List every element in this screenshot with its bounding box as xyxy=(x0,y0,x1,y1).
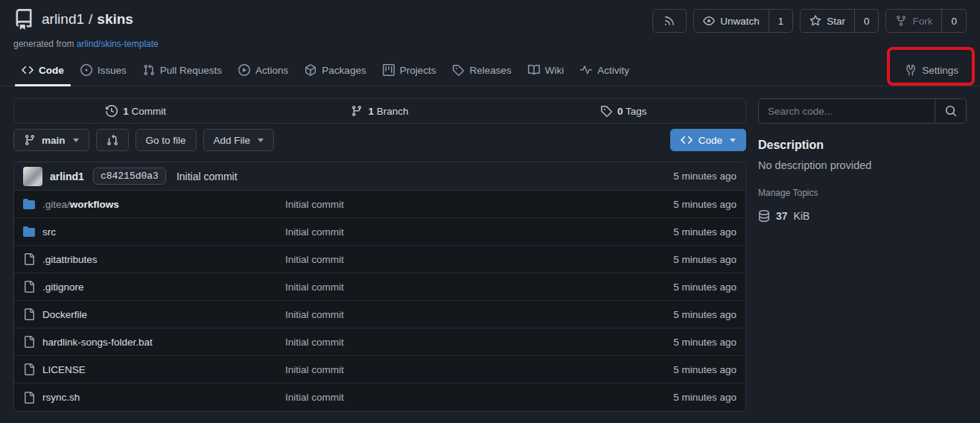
table-row: .gitignore Initial commit 5 minutes ago xyxy=(14,273,745,301)
database-icon xyxy=(758,210,770,222)
forks-count[interactable]: 0 xyxy=(941,10,966,32)
generated-from: generated from arlind/skins-template xyxy=(13,39,967,49)
star-button[interactable]: Star xyxy=(801,10,854,32)
file-commit-message[interactable]: Initial commit xyxy=(285,309,673,320)
avatar[interactable] xyxy=(23,167,42,186)
tab-projects-label: Projects xyxy=(400,65,436,76)
tags-count: 0 xyxy=(617,106,623,117)
tab-settings-label: Settings xyxy=(922,65,958,76)
file-path-prefix[interactable]: .gitea/ xyxy=(42,199,70,210)
rss-button[interactable] xyxy=(652,9,687,33)
tab-pull-requests-label: Pull Requests xyxy=(160,65,222,76)
file-name-link[interactable]: rsync.sh xyxy=(42,392,80,403)
tab-actions[interactable]: Actions xyxy=(230,55,296,86)
commit-author-link[interactable]: arlind1 xyxy=(50,171,84,182)
branch-name: main xyxy=(42,135,66,146)
search-input[interactable] xyxy=(759,106,935,117)
file-icon xyxy=(23,392,35,404)
repo-size-unit: KiB xyxy=(794,210,810,222)
tab-releases-label: Releases xyxy=(469,65,511,76)
tab-packages-label: Packages xyxy=(322,65,366,76)
tab-packages[interactable]: Packages xyxy=(296,55,374,86)
repo-icon xyxy=(13,9,34,30)
add-file-label: Add File xyxy=(214,135,251,146)
file-name-link[interactable]: hardlink-songs-folder.bat xyxy=(42,337,153,348)
file-icon xyxy=(23,363,35,375)
file-name-link[interactable]: LICENSE xyxy=(42,364,86,375)
repo-toolbar: main Go to file Add File Code xyxy=(13,129,746,151)
tab-actions-label: Actions xyxy=(255,65,288,76)
chevron-down-icon xyxy=(258,139,264,142)
file-commit-message[interactable]: Initial commit xyxy=(285,282,673,293)
repo-owner-link[interactable]: arlind1 xyxy=(42,11,84,28)
tabbar-spacer xyxy=(637,55,897,86)
commit-time: 5 minutes ago xyxy=(673,171,736,182)
code-icon xyxy=(22,64,34,76)
eye-icon xyxy=(703,15,715,27)
watchers-count[interactable]: 1 xyxy=(769,10,793,32)
unwatch-button[interactable]: Unwatch xyxy=(694,10,769,32)
compare-button[interactable] xyxy=(96,129,129,151)
tags-stat[interactable]: 0 Tags xyxy=(502,99,745,123)
file-name-link[interactable]: Dockerfile xyxy=(42,309,87,320)
table-row: LICENSE Initial commit 5 minutes ago xyxy=(14,356,745,384)
rss-icon xyxy=(664,15,675,27)
stars-count[interactable]: 0 xyxy=(854,10,879,32)
tab-activity[interactable]: Activity xyxy=(572,55,637,86)
folder-icon xyxy=(23,198,35,210)
file-commit-message[interactable]: Initial commit xyxy=(285,392,673,403)
branch-selector[interactable]: main xyxy=(13,129,89,151)
file-commit-time: 5 minutes ago xyxy=(673,226,736,238)
file-commit-message[interactable]: Initial commit xyxy=(285,337,673,348)
folder-icon xyxy=(23,226,35,238)
template-repo-link[interactable]: arlind/skins-template xyxy=(77,39,159,49)
tab-code-label: Code xyxy=(39,65,64,76)
tab-activity-label: Activity xyxy=(597,65,629,76)
file-name-link[interactable]: src xyxy=(42,226,56,238)
repo-sidebar: Description No description provided Mana… xyxy=(758,98,967,222)
file-name-link[interactable]: workflows xyxy=(70,199,119,210)
fork-icon xyxy=(895,15,907,27)
repo-header: arlind1 / skins Unwatch 1 xyxy=(0,0,980,49)
fork-button-group: Fork 0 xyxy=(885,9,967,33)
code-button-label: Code xyxy=(699,135,722,146)
file-commit-time: 5 minutes ago xyxy=(673,282,736,293)
search-button[interactable] xyxy=(935,99,966,123)
table-row: src Initial commit 5 minutes ago xyxy=(14,218,745,246)
file-commit-message[interactable]: Initial commit xyxy=(285,199,673,210)
go-to-file-button[interactable]: Go to file xyxy=(136,129,197,151)
tab-settings[interactable]: Settings xyxy=(897,55,967,86)
commit-message-link[interactable]: Initial commit xyxy=(176,171,238,182)
file-commit-message[interactable]: Initial commit xyxy=(285,364,673,375)
file-commit-message[interactable]: Initial commit xyxy=(285,254,673,265)
tab-releases[interactable]: Releases xyxy=(444,55,519,86)
code-download-button[interactable]: Code xyxy=(670,129,746,151)
file-name-link[interactable]: .gitignore xyxy=(42,282,84,293)
unwatch-label: Unwatch xyxy=(720,16,760,27)
file-name-link[interactable]: .gitattributes xyxy=(42,254,98,265)
play-icon xyxy=(238,64,250,76)
commits-stat[interactable]: 1 Commit xyxy=(14,99,258,123)
search-icon xyxy=(945,105,957,117)
branches-stat[interactable]: 1 Branch xyxy=(258,99,501,123)
fork-label: Fork xyxy=(912,16,932,27)
add-file-button[interactable]: Add File xyxy=(203,129,275,151)
tab-wiki[interactable]: Wiki xyxy=(520,55,573,86)
manage-topics-link[interactable]: Manage Topics xyxy=(758,188,818,198)
description-text: No description provided xyxy=(758,159,967,171)
chevron-down-icon xyxy=(730,139,736,142)
commit-hash-badge[interactable]: c84215d0a3 xyxy=(93,168,166,185)
repo-name-link[interactable]: skins xyxy=(97,11,133,28)
commits-count: 1 xyxy=(123,106,129,117)
file-icon xyxy=(23,281,35,293)
repo-tabbar: Code Issues Pull Requests Actions Packag… xyxy=(0,55,980,86)
tab-code[interactable]: Code xyxy=(13,55,72,86)
fork-button[interactable]: Fork xyxy=(886,10,941,32)
file-icon xyxy=(23,253,35,265)
project-icon xyxy=(383,64,395,76)
file-icon xyxy=(23,308,35,320)
file-commit-message[interactable]: Initial commit xyxy=(285,226,673,238)
tab-pull-requests[interactable]: Pull Requests xyxy=(135,55,230,86)
tab-issues[interactable]: Issues xyxy=(72,55,135,86)
tab-projects[interactable]: Projects xyxy=(375,55,445,86)
